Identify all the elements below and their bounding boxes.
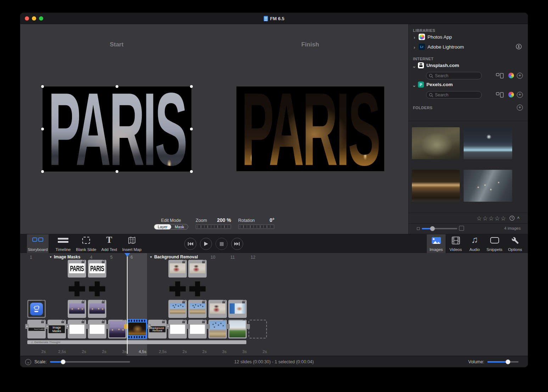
selection-handle[interactable] [116, 170, 118, 173]
slide9-mask-layer-thumbnail[interactable] [188, 280, 207, 298]
chevron-down-icon[interactable]: ⌄ [412, 83, 416, 88]
slide7-background-removal-title-thumbnail[interactable]: Background Removal [148, 320, 167, 338]
zoom-slider[interactable] [196, 224, 231, 229]
slide10-pigeons-thumbnail[interactable] [208, 320, 227, 338]
slide11-train-layer-thumbnail[interactable] [228, 300, 247, 318]
toolbar-audio-tab[interactable]: ♫ Audio [466, 234, 483, 253]
transition-marker[interactable] [186, 324, 190, 329]
chevron-right-icon[interactable]: › [414, 35, 415, 40]
collapse-chevron-icon[interactable]: ˄ [517, 215, 519, 220]
thumbnail-night-street-photo[interactable] [464, 127, 512, 159]
skip-back-button[interactable] [184, 238, 196, 250]
audio-track-bar[interactable]: ♫ Deliberate Thought [27, 340, 246, 344]
color-filter-icon[interactable] [508, 73, 514, 78]
selection-handle[interactable] [190, 170, 193, 173]
star-rating-icon[interactable]: ☆ [482, 215, 488, 222]
toolbar-storyboard-button[interactable]: Storyboard [27, 234, 49, 253]
slide5-blank-thumbnail[interactable] [88, 320, 106, 338]
transition-marker[interactable] [246, 324, 250, 329]
recent-clock-icon[interactable] [509, 215, 515, 221]
chevron-down-icon[interactable]: ⌄ [412, 63, 416, 69]
star-rating-icon[interactable]: ☆ [476, 215, 482, 222]
volume-slider-handle[interactable] [505, 359, 510, 364]
selection-handle[interactable] [190, 128, 193, 130]
thumbnail-size-slider-handle[interactable] [430, 226, 435, 231]
transition-marker[interactable]: ▼ [45, 324, 49, 329]
slide1-thumbnail[interactable]: Stock FootAGE.com [27, 320, 46, 338]
toolbar-blank-slide-button[interactable]: Blank Slide [74, 234, 98, 253]
transition-marker[interactable]: ▼ [166, 324, 170, 329]
unsplash-label[interactable]: Unsplash.com [426, 63, 459, 68]
slide9-woman-layer-thumbnail[interactable] [188, 260, 207, 278]
pexels-label[interactable]: Pexels.com [426, 82, 453, 87]
slide12-empty-placeholder[interactable] [248, 320, 267, 338]
slide6-video-thumbnail-selected[interactable] [127, 319, 147, 339]
volume-slider[interactable] [487, 361, 519, 363]
thumbnail-warehouse-photo[interactable] [412, 127, 460, 159]
edit-mode-segmented-control[interactable]: Layer Mask [154, 224, 188, 230]
mask-segment[interactable]: Mask [171, 224, 188, 229]
pexels-search-input[interactable] [435, 91, 480, 98]
slide11-castle-thumbnail[interactable] [228, 320, 247, 338]
star-rating-icon[interactable]: ☆ [494, 215, 500, 222]
toolbar-timeline-button[interactable]: Timeline [52, 234, 74, 253]
slide2-image-masks-title-thumbnail[interactable]: Image Masks [47, 320, 66, 338]
chevron-right-icon[interactable]: › [414, 45, 415, 50]
slide8-woman-layer-thumbnail[interactable] [168, 260, 187, 278]
unsplash-search-input[interactable] [435, 72, 480, 79]
star-rating-icon[interactable]: ☆ [501, 215, 506, 222]
pexels-search-field[interactable] [426, 91, 482, 99]
thumbnail-japanese-house-photo[interactable] [412, 170, 460, 202]
thumbnail-size-slider[interactable] [422, 228, 457, 229]
group-image-masks[interactable]: ▼ Image Masks [49, 254, 80, 259]
add-icon[interactable]: + [517, 73, 523, 79]
slide5-photo-layer-thumbnail[interactable] [88, 300, 106, 318]
group-background-removal[interactable]: ▼ Background Removal [150, 254, 198, 259]
toolbar-snippets-tab[interactable]: Snippets [484, 234, 505, 253]
color-filter-icon[interactable] [508, 92, 514, 97]
selection-handle[interactable] [190, 85, 193, 88]
start-slide-paris-mask[interactable]: PARIS [43, 86, 191, 172]
add-folder-icon[interactable]: + [517, 105, 523, 111]
add-icon[interactable]: + [517, 92, 523, 98]
slide4-blank-thumbnail[interactable] [68, 320, 86, 338]
selection-handle[interactable] [41, 85, 44, 88]
slide1-snippet-thumbnail[interactable] [27, 300, 46, 318]
photos-app-label[interactable]: Photos App [427, 34, 452, 40]
slide9-blank-thumbnail[interactable] [188, 320, 207, 338]
slide5b-bridge-thumbnail[interactable] [108, 320, 127, 338]
slide8-photo-layer-thumbnail[interactable] [168, 300, 187, 318]
slide8-mask-layer-thumbnail[interactable] [168, 280, 187, 298]
star-rating-icon[interactable]: ☆ [488, 215, 494, 222]
transition-marker[interactable] [106, 324, 110, 329]
slide10-woman-layer-thumbnail[interactable] [208, 300, 227, 318]
slide5-text-layer-thumbnail[interactable]: PARIS [88, 260, 106, 278]
account-icon[interactable] [516, 44, 522, 50]
toolbar-videos-tab[interactable]: Videos [446, 234, 465, 253]
transition-marker[interactable]: ▼ [66, 324, 69, 329]
finish-slide-paris-mask[interactable]: PARIS [236, 86, 384, 171]
selection-handle[interactable] [41, 170, 44, 173]
playhead-line[interactable] [127, 253, 128, 354]
stage-canvas[interactable]: Start Finish PARIS PARIS Edit Mode Layer… [20, 24, 408, 234]
playhead-marker[interactable] [124, 253, 130, 257]
slide4-text-layer-thumbnail[interactable]: PARIS [68, 260, 86, 278]
slide5-mask-layer-thumbnail[interactable] [88, 280, 106, 298]
layout-view-icon[interactable] [496, 92, 504, 98]
thumbnail-night-towers-photo[interactable] [464, 170, 512, 202]
slide8-blank-thumbnail[interactable] [168, 320, 187, 338]
transition-marker[interactable]: ▼ [147, 324, 151, 329]
skip-forward-button[interactable] [231, 238, 243, 250]
disclosure-triangle-icon[interactable]: ▼ [150, 256, 152, 259]
transition-marker[interactable] [86, 324, 89, 329]
toolbar-options-tab[interactable]: Options [505, 234, 525, 253]
disclosure-triangle-icon[interactable]: ▼ [49, 256, 52, 259]
layout-view-icon[interactable] [496, 73, 504, 79]
stop-button[interactable] [216, 238, 228, 250]
selection-handle[interactable] [41, 128, 44, 130]
slide9-photo-layer-thumbnail[interactable] [188, 300, 207, 318]
unsplash-search-field[interactable] [426, 72, 482, 79]
rotation-slider[interactable] [238, 224, 274, 229]
selection-handle[interactable] [116, 85, 118, 88]
slide4-mask-layer-thumbnail[interactable] [68, 280, 86, 298]
